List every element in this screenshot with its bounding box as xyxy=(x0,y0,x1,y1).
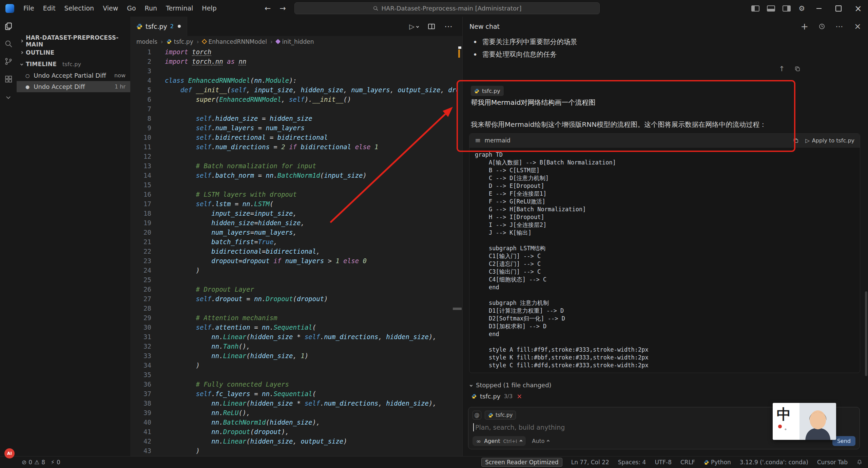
menu-selection[interactable]: Selection xyxy=(60,0,99,17)
sidebar-section-outline[interactable]: OUTLINE xyxy=(17,47,130,58)
line-number[interactable]: 37 xyxy=(130,389,151,398)
explorer-icon[interactable] xyxy=(4,21,13,31)
eol-status[interactable]: CRLF xyxy=(680,459,695,466)
toggle-sidebar-icon[interactable] xyxy=(751,5,759,12)
line-number[interactable]: 1 xyxy=(130,47,151,57)
copy-icon[interactable] xyxy=(794,66,801,72)
line-number[interactable]: 32 xyxy=(130,342,151,351)
editor-scrollbar-mark[interactable] xyxy=(453,308,462,310)
line-number[interactable]: 33 xyxy=(130,351,151,360)
sidebar-section-project[interactable]: HAR-DATASET-PREPROCESS-MAIN xyxy=(17,35,130,47)
timeline-item[interactable]: ●Undo Accept Diff1 hr xyxy=(17,81,130,92)
line-number[interactable]: 2 xyxy=(130,57,151,66)
new-chat-plus-icon[interactable]: + xyxy=(801,23,808,30)
line-number[interactable]: 16 xyxy=(130,190,151,199)
interpreter-status[interactable]: 3.12.9 ('.conda': conda) xyxy=(740,459,808,466)
user-context-chip[interactable]: tsfc.py xyxy=(471,86,504,96)
more-views-chevron-icon[interactable] xyxy=(4,92,13,101)
line-number[interactable]: 23 xyxy=(130,256,151,266)
apply-to-file-button[interactable]: ▷Apply to tsfc.py xyxy=(806,137,854,144)
problems-indicator[interactable]: ⊘0 ⚠8 xyxy=(22,459,45,466)
model-selector[interactable]: Auto xyxy=(532,438,549,444)
line-number[interactable]: 8 xyxy=(130,114,151,123)
line-number[interactable]: 31 xyxy=(130,332,151,342)
line-number[interactable]: 18 xyxy=(130,209,151,218)
cursor-position-status[interactable]: Ln 77, Col 22 xyxy=(571,459,609,466)
search-icon[interactable] xyxy=(4,39,13,48)
line-number[interactable]: 34 xyxy=(130,360,151,370)
line-number[interactable]: 29 xyxy=(130,313,151,323)
window-close-button[interactable]: × xyxy=(848,0,868,17)
indentation-status[interactable]: Spaces: 4 xyxy=(618,459,646,466)
line-number[interactable]: 9 xyxy=(130,123,151,133)
nav-forward-icon[interactable]: → xyxy=(279,4,286,13)
line-number[interactable]: 3 xyxy=(130,66,151,76)
line-number[interactable]: 38 xyxy=(130,398,151,408)
arrow-up-icon[interactable]: ↑ xyxy=(779,65,785,73)
line-number[interactable]: 15 xyxy=(130,180,151,190)
line-number[interactable]: 27 xyxy=(130,294,151,304)
notifications-bell-icon[interactable] xyxy=(856,459,863,465)
split-editor-icon[interactable] xyxy=(428,24,435,29)
line-number[interactable]: 11 xyxy=(130,142,151,152)
line-number[interactable]: 20 xyxy=(130,228,151,237)
agent-mode-selector[interactable]: ∞ Agent Ctrl+I xyxy=(472,436,526,446)
line-number[interactable]: 41 xyxy=(130,427,151,436)
line-number[interactable]: 19 xyxy=(130,218,151,228)
chat-scrollbar[interactable] xyxy=(865,291,867,376)
tab-tsfc-py[interactable]: tsfc.py 2 xyxy=(130,17,187,36)
stopped-status-row[interactable]: Stopped (1 file changed) xyxy=(470,382,552,389)
line-number[interactable]: 39 xyxy=(130,408,151,417)
menu-edit[interactable]: Edit xyxy=(39,0,60,17)
menu-help[interactable]: Help xyxy=(197,0,221,17)
line-number[interactable]: 24 xyxy=(130,266,151,275)
line-number[interactable]: 7 xyxy=(130,104,151,114)
line-number[interactable]: 26 xyxy=(130,285,151,294)
menu-go[interactable]: Go xyxy=(122,0,140,17)
window-minimize-button[interactable] xyxy=(809,0,829,17)
timeline-item[interactable]: ○Undo Accept Partial Diffnow xyxy=(17,70,130,81)
status-extra-counter[interactable]: ⚡0 xyxy=(51,459,60,466)
chat-tab-new-chat[interactable]: New chat xyxy=(469,23,500,30)
breadcrumb-class[interactable]: EnhancedRNNModel xyxy=(202,38,267,45)
line-number[interactable]: 43 xyxy=(130,446,151,455)
code-editor[interactable]: 1import torch2import torch.nn as nn34cla… xyxy=(130,47,458,456)
line-number[interactable]: 22 xyxy=(130,247,151,256)
line-number[interactable]: 40 xyxy=(130,417,151,427)
nav-back-icon[interactable]: ← xyxy=(265,4,271,13)
menu-file[interactable]: File xyxy=(19,0,39,17)
line-number[interactable]: 13 xyxy=(130,161,151,171)
line-number[interactable]: 36 xyxy=(130,379,151,389)
line-number[interactable]: 35 xyxy=(130,370,151,379)
editor-more-actions-icon[interactable]: ⋯ xyxy=(444,22,453,31)
breadcrumb-method[interactable]: init_hidden xyxy=(276,38,314,45)
line-number[interactable]: 28 xyxy=(130,304,151,313)
settings-gear-icon[interactable]: ⚙ xyxy=(798,4,805,13)
line-number[interactable]: 42 xyxy=(130,436,151,446)
language-mode-status[interactable]: Python xyxy=(704,459,731,466)
cursor-ai-badge[interactable]: AI xyxy=(4,448,15,459)
line-number[interactable]: 5 xyxy=(130,85,151,95)
run-button[interactable]: ▷ xyxy=(409,22,419,31)
menu-view[interactable]: View xyxy=(98,0,122,17)
sidebar-section-timeline[interactable]: TIMELINE tsfc.py xyxy=(17,58,130,70)
line-number[interactable]: 17 xyxy=(130,199,151,209)
window-maximize-button[interactable] xyxy=(829,0,848,17)
mermaid-code-content[interactable]: graph TD A[输入数据] --> B[Batch Normalizati… xyxy=(469,148,860,373)
copy-icon[interactable] xyxy=(793,138,799,143)
chat-more-icon[interactable]: ⋯ xyxy=(835,22,844,31)
line-number[interactable]: 12 xyxy=(130,152,151,161)
breadcrumb-file[interactable]: tsfc.py xyxy=(167,38,193,45)
line-number[interactable]: 6 xyxy=(130,95,151,104)
changed-file-row[interactable]: tsfc.py 3/3 × xyxy=(471,392,522,400)
toggle-secondary-sidebar-icon[interactable] xyxy=(783,5,791,12)
context-chip-tsfc[interactable]: tsfc.py xyxy=(485,411,516,420)
source-control-icon[interactable] xyxy=(4,57,13,66)
discard-x-icon[interactable]: × xyxy=(517,392,522,400)
extensions-icon[interactable] xyxy=(4,74,13,84)
screen-reader-status[interactable]: Screen Reader Optimized xyxy=(481,458,562,467)
command-search-box[interactable]: HAR-Dataset-Preprocess-main [Administrat… xyxy=(294,2,600,14)
menu-terminal[interactable]: Terminal xyxy=(161,0,197,17)
toggle-panel-icon[interactable] xyxy=(767,5,775,12)
line-number[interactable]: 14 xyxy=(130,171,151,180)
